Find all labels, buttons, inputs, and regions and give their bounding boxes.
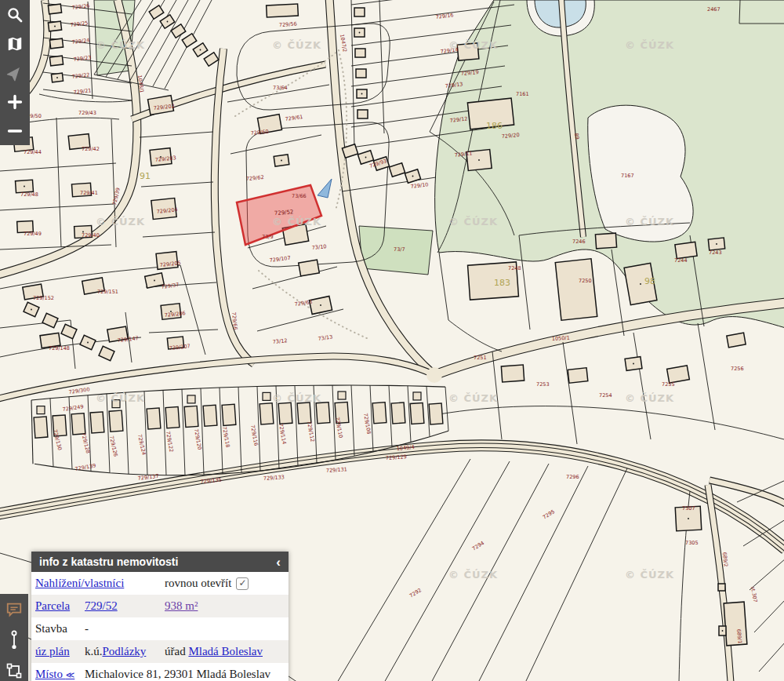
building <box>49 38 63 49</box>
building <box>501 365 524 382</box>
building <box>356 69 366 78</box>
feedback-button[interactable] <box>5 600 24 619</box>
measure-icon <box>6 630 22 650</box>
parcel-number-label: 7250 <box>579 278 592 284</box>
parcel-number-label: 7307 <box>682 505 695 512</box>
parcel-number-label: 1050/1 <box>552 334 570 342</box>
locate-arrow-icon <box>6 64 24 82</box>
select-area-icon <box>5 662 23 679</box>
app-window: 729/26729/25729/24729/23729/22729/21729/… <box>0 0 784 681</box>
parcel-number-label: 73/7 <box>394 246 405 253</box>
row-nahlizeni: Nahlížení/vlastníci rovnou otevřít ✓ <box>31 572 289 595</box>
misto-value: Michalovice 81, 29301 Mladá Boleslav <box>85 668 289 681</box>
parcel-number-link[interactable]: 729/52 <box>85 599 118 612</box>
parcel-number-label: 7248 <box>508 265 521 271</box>
cuzk-watermark: © ČÚZK <box>448 569 498 581</box>
map-layers-button[interactable] <box>5 35 24 53</box>
cuzk-watermark: © ČÚZK <box>625 39 674 51</box>
parcel-number-label: 729/43 <box>78 110 96 116</box>
nahlizeni-vlastnici-link[interactable]: Nahlížení/vlastníci <box>35 577 124 589</box>
cuzk-watermark: © ČÚZK <box>625 569 674 581</box>
ku-podlazky-link[interactable]: Podlázky <box>103 645 147 657</box>
parcel-number-label: 7305 <box>685 540 699 546</box>
building <box>667 366 690 383</box>
cuzk-watermark: © ČÚZK <box>448 392 498 404</box>
building <box>355 49 365 57</box>
building <box>48 4 61 14</box>
building <box>724 602 747 646</box>
parcel-number-label: 91 <box>140 171 151 181</box>
uz-plan-link[interactable]: úz plán <box>35 645 70 657</box>
parcel-number-label: 7167 <box>621 173 634 179</box>
row-parcela: Parcela 729/52 938 m² <box>31 595 289 617</box>
misto-link[interactable]: Místo ≪ <box>35 668 74 680</box>
building <box>358 110 368 118</box>
row-misto: Místo ≪ Michalovice 81, 29301 Mladá Bole… <box>31 663 289 681</box>
building <box>568 368 588 383</box>
urad-prefix: úřad <box>165 645 186 657</box>
parcel-number-label: 729/41 <box>80 190 98 196</box>
map-icon <box>6 35 24 53</box>
parcel-number-label: 2467 <box>707 6 720 13</box>
select-area-button[interactable] <box>5 661 24 680</box>
parcel-number-label: 7254 <box>599 392 612 399</box>
secondary-toolbar <box>0 594 28 681</box>
parcel-number-label: 186 <box>486 121 503 131</box>
parcel-number-label: 729/42 <box>82 146 100 152</box>
cuzk-watermark: © ČÚZK <box>448 39 498 51</box>
urad-mlada-boleslav-link[interactable]: Mladá Boleslav <box>188 645 263 657</box>
plus-icon <box>6 93 24 111</box>
parcel-number-label: 729/48 <box>20 191 38 198</box>
building <box>267 4 299 17</box>
zoom-in-button[interactable] <box>5 93 24 111</box>
parcel-number-label: 7246 <box>572 239 586 245</box>
building <box>718 584 725 591</box>
search-button[interactable] <box>5 5 24 24</box>
chat-bubble-icon <box>5 601 23 618</box>
building <box>675 242 697 258</box>
parcel-number-label: 7244 <box>674 257 688 264</box>
building <box>354 8 365 16</box>
parcel-number-label: 7256 <box>731 366 744 372</box>
building <box>727 333 746 348</box>
parcel-number-label: 729/151 <box>97 289 118 295</box>
parcel-number-label: 7296 <box>566 474 579 480</box>
parcel-number-label: 98 <box>644 276 655 286</box>
row-uzplan: úz plán k.ú.Podlázky úřad Mladá Boleslav <box>31 640 289 663</box>
row-stavba: Stavba - <box>31 617 289 640</box>
building <box>49 56 63 66</box>
cadastre-info-panel: info z katastru nemovitosti ‹ Nahlížení/… <box>31 552 289 681</box>
parcel-number-label: 729/40 <box>82 232 100 239</box>
parcel-number-label: 729/49 <box>24 231 42 237</box>
parcel-number-label: 183 <box>494 278 510 288</box>
parcel-number-label: 729/56 <box>279 20 297 28</box>
cuzk-watermark: © ČÚZK <box>272 39 321 51</box>
parcela-link[interactable]: Parcela <box>35 599 70 612</box>
building <box>595 233 616 249</box>
cuzk-watermark: © ČÚZK <box>625 392 674 404</box>
locate-button[interactable] <box>5 64 24 82</box>
search-icon <box>6 6 24 24</box>
parcel-number-label: 7251 <box>474 355 487 361</box>
cuzk-watermark: © ČÚZK <box>625 216 674 228</box>
parcel-number-label: 729/148 <box>49 345 70 351</box>
zoom-out-button[interactable] <box>5 122 24 140</box>
ku-prefix: k.ú. <box>85 645 103 657</box>
collapse-panel-button[interactable]: ‹ <box>276 555 281 569</box>
cuzk-watermark: © ČÚZK <box>96 39 145 51</box>
rovnou-otevrit-label: rovnou otevřít <box>165 577 231 590</box>
building <box>555 259 597 320</box>
open-directly-checkbox[interactable]: ✓ <box>236 577 249 590</box>
parcel-number-label: 729/152 <box>33 295 54 301</box>
parcel-number-label: 73/9 <box>262 234 274 240</box>
parcel-number-label: 7255 <box>662 381 675 388</box>
minus-icon <box>6 122 24 140</box>
cuzk-watermark: © ČÚZK <box>272 392 321 404</box>
panel-header: info z katastru nemovitosti ‹ <box>31 552 289 572</box>
parcel-number-label: 7161 <box>516 91 529 97</box>
parcel-area-link[interactable]: 938 m² <box>165 599 198 612</box>
panel-title: info z katastru nemovitosti <box>39 555 276 568</box>
measure-button[interactable] <box>5 631 24 650</box>
parcel-number-label: 7253 <box>536 381 550 388</box>
cuzk-watermark: © ČÚZK <box>96 392 145 404</box>
